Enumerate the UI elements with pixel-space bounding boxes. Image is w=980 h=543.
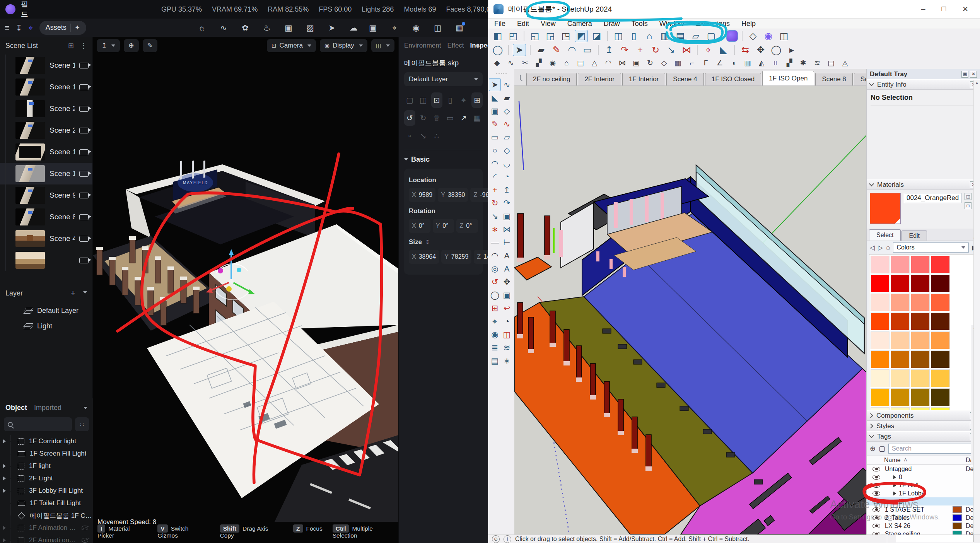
scene-tab[interactable]: 2F no ceiling (526, 73, 577, 85)
frame-icon[interactable]: ▢ (705, 30, 718, 42)
scene-list-item[interactable]: Scene 8 (0, 206, 92, 228)
tag-row[interactable]: 1F Lobby (867, 489, 980, 497)
plugin-icon[interactable]: ✱ (797, 57, 809, 69)
pen-button[interactable]: ✎ (143, 39, 157, 52)
material-icon[interactable]: ▨ (304, 21, 317, 34)
iso2-view-icon[interactable]: ◩ (575, 30, 588, 42)
orbit-tool[interactable]: ↺ (489, 275, 501, 289)
color-swatch[interactable] (871, 388, 890, 406)
object-tree-item[interactable]: 1F light (0, 460, 93, 472)
scene-list-item[interactable]: Scene 20 (0, 120, 92, 141)
eye-off-icon[interactable] (82, 526, 88, 530)
color-swatch[interactable] (931, 407, 950, 410)
d5-model-icon[interactable]: ◇ (746, 30, 760, 42)
right-view-icon[interactable]: ◲ (544, 30, 557, 42)
polygon-tool[interactable]: ◇ (501, 144, 513, 157)
rotate-tool[interactable]: ↻ (489, 196, 501, 210)
ground-snap-icon[interactable]: ⌖ (458, 92, 469, 108)
tag-visibility-eye-icon[interactable] (872, 499, 880, 504)
dimension-tool[interactable]: ⊢ (501, 236, 513, 249)
object-tree-item[interactable]: 2F Animati onitems (0, 534, 93, 543)
plugin-icon[interactable]: ▤ (575, 57, 586, 69)
add-layer-icon[interactable]: + (70, 288, 75, 298)
top-view-icon[interactable]: ◰ (507, 30, 520, 42)
scene-tab[interactable]: 1F ISO Open (762, 71, 814, 85)
sketchup-viewport[interactable] (514, 86, 866, 534)
object-tree-item[interactable]: 메이필드볼룸 1F Corridor C... (0, 509, 93, 522)
plugin-icon[interactable]: ◬ (839, 57, 851, 69)
photo-camera-icon[interactable]: ◉ (410, 21, 423, 34)
scene-tab[interactable]: 1F Interior (622, 73, 665, 85)
move-tool[interactable]: + (489, 183, 501, 196)
marquee-icon[interactable]: ▫ (404, 128, 415, 143)
tags-name-column[interactable]: Name˄ (884, 457, 966, 464)
color-swatch[interactable] (931, 369, 950, 387)
line-tool-icon[interactable]: ✎ (550, 44, 563, 56)
import-icon[interactable]: ↧ (15, 21, 22, 34)
drop-icon[interactable]: ▯ (445, 92, 456, 108)
zoom-extents-tool[interactable]: ⊞ (489, 302, 501, 315)
export-camera-icon[interactable]: ◫ (777, 30, 790, 42)
geolocation-icon[interactable]: ⊙ (492, 535, 500, 543)
house-icon[interactable]: ⌂ (643, 30, 656, 42)
color-swatch[interactable] (911, 312, 930, 330)
scene-list-item[interactable] (0, 249, 92, 271)
color-swatch[interactable] (931, 275, 950, 292)
tag-row[interactable]: 0 (867, 473, 980, 481)
scene-tab[interactable]: 2F Interior (578, 73, 621, 85)
tag-row[interactable]: 1F Hall (867, 481, 980, 489)
plugin-icon[interactable]: Γ (700, 57, 712, 69)
light-icon[interactable]: ☼ (195, 21, 208, 34)
world-space-button[interactable]: ⊕ (124, 39, 138, 52)
tag-color-swatch[interactable] (953, 490, 962, 497)
eye-off-icon[interactable] (82, 538, 88, 543)
color-swatch[interactable] (911, 294, 930, 311)
menu-item[interactable]: Edit (517, 20, 529, 28)
expand-caret-icon[interactable] (3, 439, 6, 443)
offset-tool[interactable]: ▣ (501, 210, 513, 223)
tag-color-swatch[interactable] (953, 498, 962, 505)
image-export-icon[interactable]: ▣ (366, 21, 379, 34)
two-point-arc-tool[interactable]: ◡ (501, 157, 513, 170)
plugin-icon[interactable]: ◭ (756, 57, 767, 69)
walk-tool[interactable]: ◔ (501, 315, 513, 328)
plugin-icon[interactable]: ▤ (825, 57, 837, 69)
zoom-tool[interactable]: ◯ (489, 289, 501, 302)
follow-me-icon[interactable]: ↷ (618, 44, 631, 56)
menu-item[interactable]: File (494, 20, 505, 28)
3d-text-tool[interactable]: A (501, 262, 513, 275)
arc-tool[interactable]: ◠ (489, 157, 501, 170)
share-icon[interactable]: ↗ (458, 110, 469, 126)
axes-view-tool[interactable]: ◎ (489, 262, 501, 275)
materials-header[interactable]: Materials ✕ (867, 179, 980, 190)
back-view-icon[interactable]: ◳ (559, 30, 572, 42)
rotated-rectangle-tool[interactable]: ▱ (501, 131, 513, 144)
scene-list-item[interactable]: Scene 9 (0, 184, 92, 206)
scene-list-item[interactable]: Scene 4 (0, 228, 92, 249)
section-display-tool[interactable]: ≣ (489, 341, 501, 354)
model-import-icon[interactable]: ▣ (282, 21, 295, 34)
color-swatch[interactable] (891, 256, 910, 273)
location-field[interactable]: X9589 (409, 188, 435, 202)
push-pull-icon[interactable]: ↥ (603, 44, 616, 56)
duplicate-icon[interactable]: ⊞ (471, 92, 483, 108)
add-scene-icon[interactable]: ⊞ (68, 41, 74, 50)
scene-camera-icon[interactable] (79, 84, 89, 90)
plugin-icon[interactable]: ∿ (505, 57, 517, 69)
scene-camera-icon[interactable] (79, 193, 89, 198)
menu-item[interactable]: Draw (604, 20, 620, 28)
tag-folder-caret-icon[interactable] (893, 492, 896, 495)
plugin-icon[interactable]: ⌗ (770, 57, 781, 69)
circle-tool[interactable]: ○ (489, 144, 501, 157)
zoom2-icon[interactable]: ◯ (770, 44, 783, 56)
axes-tool[interactable]: ∗ (489, 223, 501, 236)
pin-icon[interactable]: ⌖ (29, 21, 33, 34)
tag-row[interactable]: 1 STAGE SET Def (867, 505, 980, 514)
add-folder-icon[interactable]: ▢ (879, 444, 885, 453)
tag-color-swatch[interactable] (953, 523, 962, 529)
camera-dropdown[interactable]: ⊡Camera (267, 39, 316, 52)
move-icon[interactable]: + (633, 44, 647, 56)
color-swatch[interactable] (891, 388, 910, 406)
location-icon[interactable]: ⌖ (388, 21, 401, 34)
tag-visibility-eye-icon[interactable] (872, 524, 880, 528)
